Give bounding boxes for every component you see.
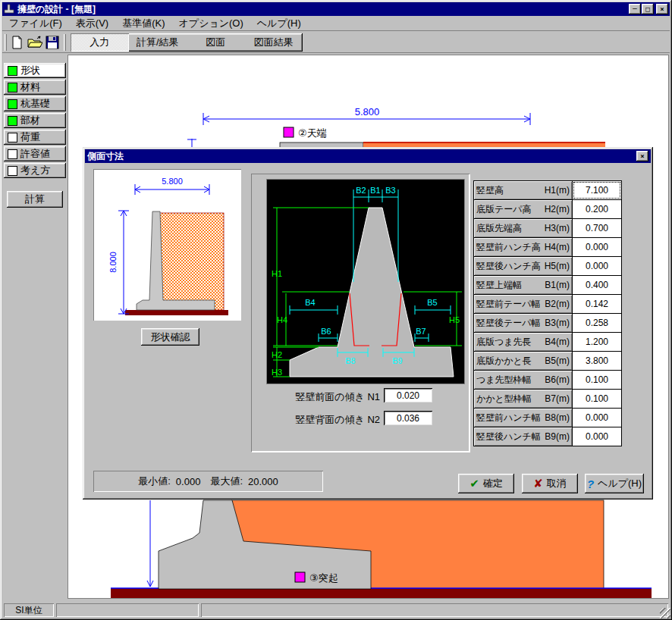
dim-symbol: B3(m) bbox=[545, 318, 570, 328]
tab-drawing-result[interactable]: 図面結果 bbox=[245, 33, 303, 52]
dim-value-cell[interactable]: 3.800 bbox=[572, 351, 622, 371]
dim-symbol: B9(m) bbox=[545, 431, 570, 442]
menu-item[interactable]: オプション(O) bbox=[172, 15, 250, 32]
crest-marker bbox=[284, 127, 294, 137]
menu-item[interactable]: 基準値(K) bbox=[115, 15, 171, 32]
dim-label-cell[interactable]: 竪壁後ハンチ高H5(m) bbox=[473, 256, 573, 276]
height-dimension bbox=[147, 500, 153, 587]
dim-name: 竪壁高 bbox=[476, 184, 504, 197]
dialog-close-icon[interactable]: × bbox=[636, 151, 648, 161]
dim-value-cell[interactable]: 0.000 bbox=[572, 237, 622, 257]
dim-label-cell[interactable]: 竪壁前ハンチ幅B8(m) bbox=[473, 408, 573, 427]
dim-value-cell[interactable]: 0.100 bbox=[572, 370, 622, 390]
dim-label-cell[interactable]: 底版テーパ高H2(m) bbox=[473, 199, 573, 219]
dim-name: 竪壁後ハンチ幅 bbox=[476, 431, 541, 443]
dim-value-cell[interactable]: 0.000 bbox=[572, 427, 622, 446]
diagram-label-h2: H2 bbox=[272, 350, 282, 359]
dim-symbol: H5(m) bbox=[545, 261, 570, 271]
menu-item[interactable]: ファイル(F) bbox=[2, 15, 69, 32]
menu-item[interactable]: 表示(V) bbox=[69, 15, 115, 32]
sidebar-item[interactable]: 考え方 bbox=[4, 163, 66, 178]
sidebar-item[interactable]: 荷重 bbox=[4, 130, 66, 145]
back-slope-input[interactable]: 0.036 bbox=[384, 411, 432, 425]
cancel-button[interactable]: ✘ 取消 bbox=[522, 474, 578, 493]
dim-name: 竪壁上端幅 bbox=[476, 279, 522, 292]
dim-value-cell[interactable]: 0.400 bbox=[572, 275, 622, 295]
dim-label-cell[interactable]: 竪壁高H1(m) bbox=[473, 180, 573, 200]
preview-soil bbox=[159, 213, 224, 310]
shape-preview: 5.800 8.000 bbox=[93, 169, 241, 321]
shape-confirm-button[interactable]: 形状確認 bbox=[141, 328, 199, 346]
dim-value-cell[interactable]: 7.100 bbox=[572, 180, 622, 200]
dim-symbol: H3(m) bbox=[545, 223, 570, 233]
dim-value-cell[interactable]: 1.200 bbox=[572, 332, 622, 352]
table-row: 底版つま先長B4(m)1.200 bbox=[473, 332, 623, 352]
title-bar: 擁壁の設計 - [無題] ─ □ × bbox=[2, 2, 670, 16]
table-row: かかと型枠幅B7(m)0.100 bbox=[473, 389, 623, 409]
dim-label-cell[interactable]: 竪壁上端幅B1(m) bbox=[473, 275, 573, 295]
check-indicator bbox=[8, 99, 17, 109]
dim-label-cell[interactable]: 底版つま先長B4(m) bbox=[473, 332, 573, 352]
tab-calc-result[interactable]: 計算/結果 bbox=[129, 33, 187, 52]
sidebar: 形状材料杭基礎部材荷重許容値考え方 計算 bbox=[2, 55, 68, 600]
dim-value-cell[interactable]: 0.000 bbox=[572, 256, 622, 276]
sidebar-item[interactable]: 形状 bbox=[4, 63, 66, 78]
dim-value-cell[interactable]: 0.000 bbox=[572, 408, 622, 427]
dim-symbol: B5(m) bbox=[545, 355, 570, 366]
dim-label-cell[interactable]: 底版先端高H3(m) bbox=[473, 218, 573, 238]
dim-label-cell[interactable]: つま先型枠幅B6(m) bbox=[473, 370, 573, 390]
tab-drawing[interactable]: 図面 bbox=[187, 33, 245, 52]
dim-value-cell[interactable]: 0.700 bbox=[572, 218, 622, 238]
diagram-label-b7: B7 bbox=[416, 327, 425, 336]
open-folder-icon[interactable] bbox=[26, 33, 43, 51]
dim-label-cell[interactable]: 竪壁前テーパ幅B2(m) bbox=[473, 294, 573, 314]
sidebar-item[interactable]: 杭基礎 bbox=[4, 96, 66, 111]
diagram-label-b1: B1 bbox=[370, 186, 380, 195]
check-icon: ✔ bbox=[469, 477, 479, 490]
dimension-table: 竪壁高H1(m)7.100底版テーパ高H2(m)0.200底版先端高H3(m)0… bbox=[473, 181, 623, 446]
calc-button[interactable]: 計算 bbox=[7, 191, 63, 208]
dim-label-cell[interactable]: 竪壁前ハンチ高H4(m) bbox=[473, 237, 573, 257]
check-indicator bbox=[8, 66, 17, 76]
sidebar-item[interactable]: 許容値 bbox=[4, 146, 66, 161]
table-row: 竪壁後ハンチ高H5(m)0.000 bbox=[473, 256, 623, 276]
ok-button[interactable]: ✔ 確定 bbox=[458, 474, 514, 493]
dim-value-cell[interactable]: 0.100 bbox=[572, 389, 622, 409]
menu-item[interactable]: ヘルプ(H) bbox=[250, 15, 308, 32]
dim-symbol: B7(m) bbox=[545, 393, 570, 404]
close-button[interactable]: × bbox=[656, 4, 668, 14]
status-cell-2 bbox=[56, 603, 199, 617]
diagram-label-b5: B5 bbox=[427, 298, 437, 307]
dim-name: 竪壁後テーパ幅 bbox=[476, 317, 541, 330]
maximize-button[interactable]: □ bbox=[642, 4, 654, 14]
front-slope-input[interactable]: 0.020 bbox=[384, 388, 432, 402]
dim-value-cell[interactable]: 0.258 bbox=[572, 313, 622, 333]
new-file-icon[interactable] bbox=[8, 33, 26, 51]
sidebar-item[interactable]: 部材 bbox=[4, 113, 66, 128]
table-row: 底版先端高H3(m)0.700 bbox=[473, 218, 623, 238]
sidebar-item[interactable]: 材料 bbox=[4, 80, 66, 95]
range-info: 最小値: 0.000 最大値: 20.000 bbox=[93, 471, 323, 492]
dim-value-cell[interactable]: 0.142 bbox=[572, 294, 622, 314]
min-label: 最小値: bbox=[138, 474, 171, 488]
dim-label-cell[interactable]: 竪壁後ハンチ幅B9(m) bbox=[473, 427, 573, 446]
resize-grip[interactable] bbox=[660, 608, 670, 618]
minimize-button[interactable]: ─ bbox=[629, 4, 641, 14]
table-row: 底版かかと長B5(m)3.800 bbox=[473, 351, 623, 371]
help-button[interactable]: ? ヘルプ(H) bbox=[585, 474, 644, 493]
dim-name: 底版先端高 bbox=[476, 222, 522, 235]
tab-input[interactable]: 入力 bbox=[71, 33, 129, 52]
dim-name: 竪壁前ハンチ高 bbox=[476, 241, 541, 254]
dim-label-cell[interactable]: かかと型枠幅B7(m) bbox=[473, 389, 573, 409]
crest-label: ②天端 bbox=[298, 127, 327, 139]
back-slope-label: 竪壁背面の傾き N2 bbox=[251, 413, 380, 427]
save-icon[interactable] bbox=[43, 33, 61, 51]
dialog-title: 側面寸法 bbox=[87, 150, 636, 163]
dim-label-cell[interactable]: 竪壁後テーパ幅B3(m) bbox=[473, 313, 573, 333]
dim-name: 竪壁前テーパ幅 bbox=[476, 298, 541, 311]
dim-label-cell[interactable]: 底版かかと長B5(m) bbox=[473, 351, 573, 371]
table-row: 竪壁前ハンチ高H4(m)0.000 bbox=[473, 237, 623, 257]
dim-value-cell[interactable]: 0.200 bbox=[572, 199, 622, 219]
projection-label: ③突起 bbox=[309, 572, 338, 584]
diagram-label-b9: B9 bbox=[392, 356, 402, 365]
